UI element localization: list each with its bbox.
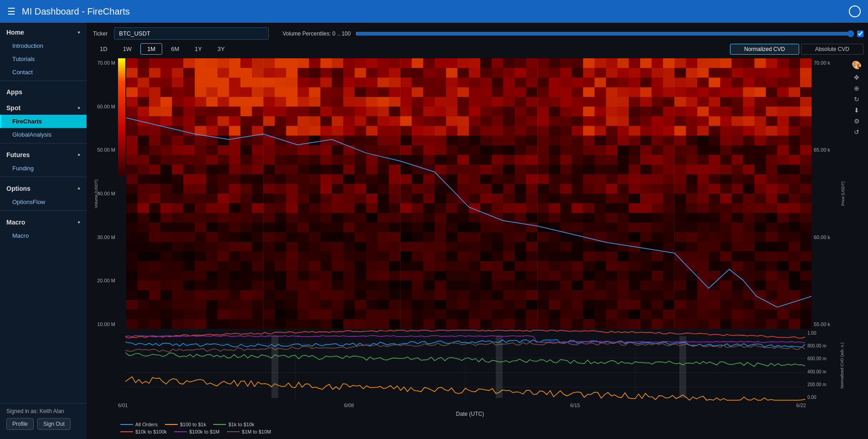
x-label-608: 6/08 bbox=[344, 403, 354, 408]
legend-1m-10m: $1M to $10M bbox=[227, 429, 271, 434]
settings-icon[interactable]: ⚙ bbox=[854, 117, 860, 125]
tf-btn-1m[interactable]: 1M bbox=[140, 43, 162, 55]
cvd-left-spacer bbox=[93, 329, 125, 402]
footer-buttons: Profile Sign Out bbox=[6, 418, 80, 430]
volume-percentile-checkbox[interactable] bbox=[857, 31, 863, 37]
sidebar-item-macro[interactable]: Macro bbox=[0, 229, 87, 242]
info-icon[interactable]: ↺ bbox=[854, 128, 859, 136]
futures-collapse-icon[interactable]: ▪ bbox=[77, 151, 80, 159]
x-label-622: 6/22 bbox=[796, 403, 806, 408]
download-icon[interactable]: ⬇ bbox=[854, 107, 859, 114]
price-label-70k: 70.00 k bbox=[814, 60, 839, 66]
chart-area: 70.00 M 60.00 M 50.00 M 40.00 M 30.00 M … bbox=[93, 58, 863, 434]
legend-label-1m-10m: $1M to $10M bbox=[242, 429, 271, 434]
x-axis-title: Date (UTC) bbox=[93, 411, 847, 417]
color-wheel-icon[interactable]: 🎨 bbox=[852, 60, 862, 70]
signout-button[interactable]: Sign Out bbox=[37, 418, 71, 430]
cvd-right-title: Normalized CVD (arb. u.) bbox=[837, 329, 847, 402]
user-circle-icon[interactable] bbox=[849, 5, 861, 17]
legend-line-100-1k bbox=[165, 424, 178, 425]
move-icon[interactable]: ✥ bbox=[854, 74, 859, 81]
macro-label: Macro bbox=[6, 219, 25, 226]
timeframe-row: 1D 1W 1M 6M 1Y 3Y Normalized CVD Absolut… bbox=[93, 43, 863, 55]
legend-line-1k-10k bbox=[213, 424, 226, 425]
spot-collapse-icon[interactable]: ▪ bbox=[77, 104, 80, 112]
legend-row-1: All Orders $100 to $1k $1k to $10k bbox=[120, 422, 847, 427]
cvd-label-800m: 800.00 m bbox=[807, 343, 837, 348]
price-label-60k: 60.00 k bbox=[814, 235, 839, 240]
y-axis-left: 70.00 M 60.00 M 50.00 M 40.00 M 30.00 M … bbox=[93, 58, 118, 329]
x-label-601: 6/01 bbox=[118, 403, 128, 408]
legend-100-1k: $100 to $1k bbox=[165, 422, 206, 427]
sidebar-item-funding[interactable]: Funding bbox=[0, 162, 87, 175]
main-content: Ticker Volume Percentiles: 0 .. 100 1D 1… bbox=[87, 23, 868, 439]
sidebar-item-globalanalysis[interactable]: GlobalAnalysis bbox=[0, 128, 87, 141]
legend-label-all-orders: All Orders bbox=[135, 422, 158, 427]
legend-label-1k-10k: $1k to $10k bbox=[228, 422, 254, 427]
cvd-label-400m: 400.00 m bbox=[807, 369, 837, 374]
spot-label: Spot bbox=[6, 104, 21, 112]
signed-in-text: Signed in as: Keith Alan bbox=[6, 408, 80, 414]
volume-slider[interactable] bbox=[355, 30, 854, 37]
home-section-header: Home ▪ bbox=[0, 23, 87, 39]
cvd-chart-with-axes: 1.00 800.00 m 600.00 m 400.00 m 200.00 m… bbox=[93, 329, 847, 402]
cvd-right-axis: 1.00 800.00 m 600.00 m 400.00 m 200.00 m… bbox=[805, 329, 837, 402]
home-collapse-icon[interactable]: ▪ bbox=[77, 28, 80, 36]
futures-section-header: Futures ▪ bbox=[0, 145, 87, 162]
profile-button[interactable]: Profile bbox=[6, 418, 34, 430]
macro-collapse-icon[interactable]: ▪ bbox=[77, 218, 80, 226]
x-axis-row: 6/01 6/08 6/15 6/22 bbox=[118, 402, 806, 409]
chart-main: 70.00 M 60.00 M 50.00 M 40.00 M 30.00 M … bbox=[93, 58, 847, 434]
legend-label-10k-100k: $10k to $100k bbox=[135, 429, 167, 434]
futures-label: Futures bbox=[6, 151, 30, 158]
spot-section-header: Spot ▪ bbox=[0, 98, 87, 115]
controls-row: Ticker Volume Percentiles: 0 .. 100 bbox=[93, 27, 863, 40]
app-title: MI Dashboard - FireCharts bbox=[22, 6, 130, 17]
apps-section-header: Apps bbox=[0, 83, 87, 98]
x-label-615: 6/15 bbox=[570, 403, 580, 408]
legend-line-10k-100k bbox=[120, 431, 133, 432]
legend-label-100k-1m: $100k to $1M bbox=[189, 429, 220, 434]
magnet-icon[interactable]: ⊕ bbox=[854, 85, 859, 92]
app-header: ☰ MI Dashboard - FireCharts bbox=[0, 0, 868, 23]
ticker-input[interactable] bbox=[114, 27, 269, 40]
ticker-label: Ticker bbox=[93, 31, 108, 37]
sidebar-footer: Signed in as: Keith Alan Profile Sign Ou… bbox=[0, 403, 87, 434]
price-label-65k: 65.00 k bbox=[814, 147, 839, 153]
price-label-55k: 55.00 k bbox=[814, 322, 839, 327]
tf-btn-1d[interactable]: 1D bbox=[93, 43, 114, 55]
sidebar-item-firecharts[interactable]: FireCharts bbox=[0, 115, 87, 128]
legend-area: All Orders $100 to $1k $1k to $10k bbox=[93, 419, 847, 434]
legend-100k-1m: $100k to $1M bbox=[174, 429, 220, 434]
sidebar-item-optionsflow[interactable]: OptionsFlow bbox=[0, 195, 87, 209]
y-axis-left-title: Volume (USDT) bbox=[93, 58, 100, 329]
cvd-label-1: 1.00 bbox=[807, 331, 837, 336]
heatmap-canvas-container[interactable] bbox=[126, 58, 812, 329]
home-label: Home bbox=[6, 29, 24, 36]
sidebar-item-introduction[interactable]: Introduction bbox=[0, 39, 87, 52]
legend-line-100k-1m bbox=[174, 431, 187, 432]
heatmap-with-axes: 70.00 M 60.00 M 50.00 M 40.00 M 30.00 M … bbox=[93, 58, 847, 329]
tf-btn-3y[interactable]: 3Y bbox=[211, 43, 231, 55]
refresh-icon[interactable]: ↻ bbox=[854, 96, 859, 103]
cvd-chart-container[interactable] bbox=[125, 329, 805, 402]
cvd-btn-absolute[interactable]: Absolute CVD bbox=[801, 44, 863, 55]
cvd-label-200m: 200.00 m bbox=[807, 382, 837, 387]
apps-label: Apps bbox=[6, 88, 22, 96]
sidebar: Home ▪ Introduction Tutorials Contact Ap… bbox=[0, 23, 87, 439]
sidebar-item-contact[interactable]: Contact bbox=[0, 66, 87, 79]
main-layout: Home ▪ Introduction Tutorials Contact Ap… bbox=[0, 23, 868, 439]
legend-all-orders: All Orders bbox=[120, 422, 158, 427]
options-collapse-icon[interactable]: ▪ bbox=[77, 184, 80, 193]
cvd-label-0: 0.00 bbox=[807, 395, 837, 400]
cvd-label-600m: 600.00 m bbox=[807, 356, 837, 361]
legend-label-100-1k: $100 to $1k bbox=[180, 422, 206, 427]
cvd-btn-normalized[interactable]: Normalized CVD bbox=[730, 44, 799, 55]
tf-btn-1y[interactable]: 1Y bbox=[188, 43, 209, 55]
color-scale bbox=[118, 58, 125, 329]
tf-btn-6m[interactable]: 6M bbox=[164, 43, 186, 55]
menu-icon[interactable]: ☰ bbox=[7, 6, 15, 17]
sidebar-item-tutorials[interactable]: Tutorials bbox=[0, 52, 87, 66]
chart-toolbar: 🎨 ✥ ⊕ ↻ ⬇ ⚙ ↺ bbox=[850, 58, 863, 434]
tf-btn-1w[interactable]: 1W bbox=[116, 43, 139, 55]
